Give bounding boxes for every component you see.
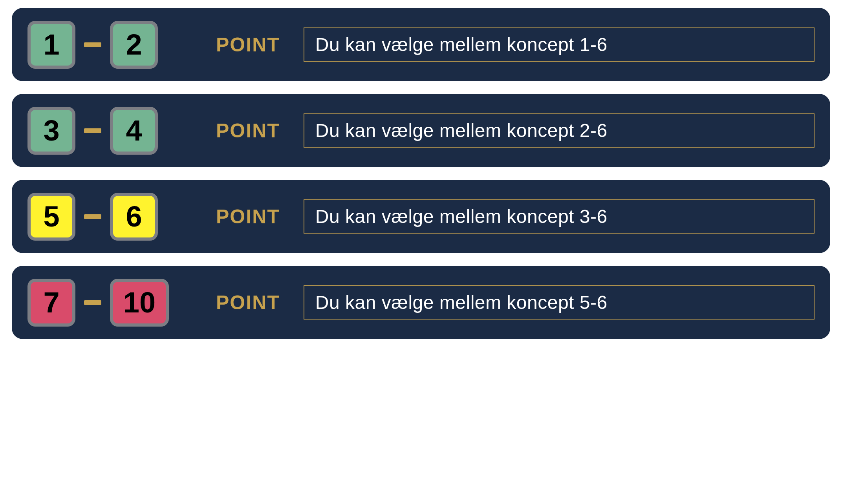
description-text: Du kan vælge mellem koncept 5-6 <box>315 292 608 313</box>
range-dash-icon <box>84 42 101 47</box>
point-label: POINT <box>216 33 280 56</box>
point-row: 3 4 POINT Du kan vælge mellem koncept 2-… <box>12 94 830 167</box>
range-tile-group: 1 2 <box>27 21 204 69</box>
point-label: POINT <box>216 119 280 142</box>
point-label: POINT <box>216 205 280 228</box>
range-to-value: 10 <box>123 286 156 319</box>
range-to-value: 4 <box>126 114 142 147</box>
range-from-tile: 5 <box>27 193 75 241</box>
range-from-tile: 1 <box>27 21 75 69</box>
point-label: POINT <box>216 291 280 314</box>
description-text: Du kan vælge mellem koncept 3-6 <box>315 206 608 227</box>
range-from-value: 5 <box>43 200 59 233</box>
point-row: 5 6 POINT Du kan vælge mellem koncept 3-… <box>12 180 830 253</box>
point-table: 1 2 POINT Du kan vælge mellem koncept 1-… <box>0 0 842 347</box>
range-tile-group: 7 10 <box>27 279 204 327</box>
range-dash-icon <box>84 128 101 133</box>
description-box: Du kan vælge mellem koncept 1-6 <box>304 27 815 62</box>
range-from-value: 1 <box>43 28 59 61</box>
range-from-value: 3 <box>43 114 59 147</box>
range-to-value: 2 <box>126 28 142 61</box>
range-dash-icon <box>84 214 101 219</box>
range-to-tile: 10 <box>110 279 169 327</box>
range-tile-group: 3 4 <box>27 107 204 155</box>
description-box: Du kan vælge mellem koncept 2-6 <box>304 113 815 148</box>
description-box: Du kan vælge mellem koncept 3-6 <box>304 199 815 234</box>
range-to-tile: 6 <box>110 193 158 241</box>
description-box: Du kan vælge mellem koncept 5-6 <box>304 285 815 320</box>
range-tile-group: 5 6 <box>27 193 204 241</box>
point-row: 7 10 POINT Du kan vælge mellem koncept 5… <box>12 266 830 339</box>
point-row: 1 2 POINT Du kan vælge mellem koncept 1-… <box>12 8 830 81</box>
range-from-tile: 3 <box>27 107 75 155</box>
range-dash-icon <box>84 300 101 305</box>
description-text: Du kan vælge mellem koncept 1-6 <box>315 34 608 55</box>
range-to-tile: 4 <box>110 107 158 155</box>
description-text: Du kan vælge mellem koncept 2-6 <box>315 120 608 141</box>
range-from-value: 7 <box>43 286 59 319</box>
range-to-tile: 2 <box>110 21 158 69</box>
range-to-value: 6 <box>126 200 142 233</box>
range-from-tile: 7 <box>27 279 75 327</box>
